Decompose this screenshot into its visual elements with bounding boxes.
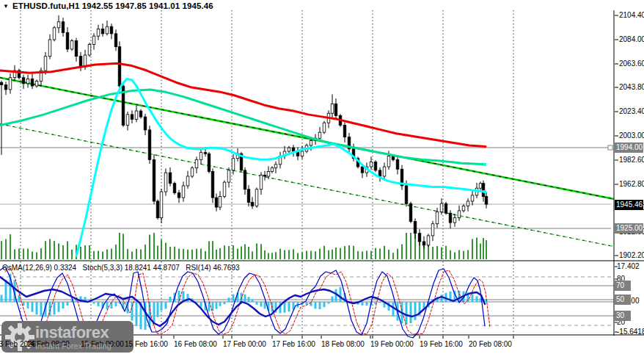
price-marker-label: 1994.00	[615, 142, 643, 153]
price-tick-label: 2023.40	[619, 106, 644, 117]
indicator-level-label: 17.402	[617, 261, 640, 272]
time-tick-label: 19 Feb 16:00	[420, 340, 463, 348]
trading-chart-window: ▼ ETHUSD.futu,H1 1942.55 1947.85 1941.01…	[0, 0, 644, 354]
price-tick-label: 2003.00	[619, 131, 644, 141]
price-tick-label: 1962.80	[619, 179, 644, 189]
ma-turquoise	[0, 90, 485, 165]
time-tick-label: 15 Feb 16:00	[125, 340, 168, 348]
indicator-level-label: -15.6418	[617, 327, 644, 337]
time-tick-label: 19 Feb 00:00	[370, 340, 414, 348]
price-tick-label: 2084.00	[619, 35, 644, 45]
price-marker-label: 1925.00	[615, 223, 643, 234]
time-tick-label: 18 Feb 08:00	[321, 340, 365, 348]
indicator-values-label: OsMA(12,26,9) 0.3324 Stoch(5,3,3) 18.824…	[2, 264, 240, 272]
ma-end-dot	[483, 163, 486, 166]
indicator-level-box: 50	[615, 295, 631, 305]
price-tick-label: 2063.60	[619, 59, 644, 69]
price-tick-label: 1902.20	[619, 250, 644, 261]
symbol-ohlc-text: ETHUSD.futu,H1 1942.55 1947.85 1941.01 1…	[12, 1, 213, 10]
time-tick-label: 17 Feb 16:00	[272, 340, 315, 348]
candlestick-series	[0, 15, 488, 249]
indicator-level-box: 70	[615, 281, 631, 291]
price-marker-label: 1945.46	[615, 200, 643, 210]
price-tick-label: 2104.40	[619, 10, 644, 21]
time-tick-label: 16 Feb 08:00	[174, 340, 217, 348]
time-tick-label: 17 Feb 00:00	[223, 340, 266, 348]
ma-end-dot	[483, 190, 486, 193]
chart-canvas[interactable]	[0, 0, 644, 354]
time-tick-label: 20 Feb 08:00	[469, 340, 512, 348]
price-tick-label: 2043.80	[619, 82, 644, 93]
line-handle-marker[interactable]	[608, 145, 612, 150]
watermark-tagline: Instant Forex Trading	[35, 342, 111, 350]
chevron-down-icon[interactable]: ▼	[3, 3, 9, 10]
indicator-level-box: 30	[615, 311, 631, 321]
symbol-title-bar: ▼ ETHUSD.futu,H1 1942.55 1947.85 1941.01…	[3, 1, 213, 10]
volume-histogram	[1, 233, 486, 259]
price-tick-label: 1982.60	[619, 155, 644, 165]
